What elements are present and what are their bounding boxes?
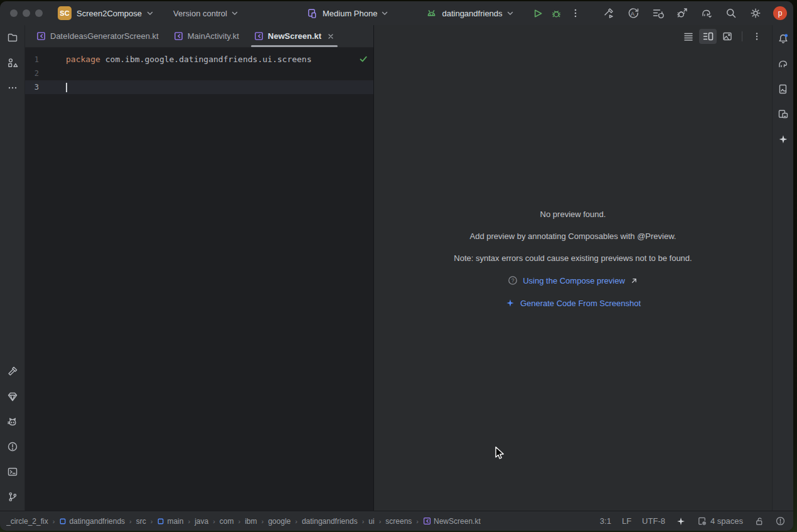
project-tool-button[interactable]: [0, 25, 25, 50]
zoom-window-button[interactable]: [35, 9, 43, 17]
gemini-ai-button[interactable]: [773, 127, 794, 152]
breadcrumb-item[interactable]: datingandfriends: [302, 517, 358, 526]
close-tab-icon[interactable]: [327, 33, 334, 40]
android-icon: [425, 8, 437, 19]
close-window-button[interactable]: [10, 9, 18, 17]
more-tool-windows-button[interactable]: [0, 75, 25, 100]
breadcrumb-item[interactable]: main: [157, 517, 183, 526]
gradle-sync-button[interactable]: [697, 4, 716, 23]
profile-avatar[interactable]: p: [773, 6, 787, 20]
gradle-sync-icon: [700, 7, 713, 19]
kotlin-file-icon: [174, 31, 183, 41]
breadcrumb-item[interactable]: java: [195, 517, 208, 526]
debug-button[interactable]: [547, 4, 566, 23]
editor-pane: DateIdeasGeneratorScreen.kt MainActivity…: [25, 25, 374, 511]
settings-button[interactable]: [746, 4, 765, 23]
more-actions-button[interactable]: [566, 4, 585, 23]
breadcrumb-item[interactable]: datingandfriends: [59, 517, 125, 526]
window-controls: [10, 9, 43, 17]
title-bar: SC Screen2Compose Version control Medium: [0, 1, 793, 25]
breadcrumb-item[interactable]: _circle_2_fix: [6, 517, 48, 526]
inspection-ok-icon[interactable]: [358, 54, 368, 64]
kotlin-file-icon: [36, 31, 46, 41]
breadcrumb-separator: ›: [294, 518, 298, 525]
breadcrumb-item[interactable]: src: [136, 517, 146, 526]
ellipsis-icon: [7, 82, 18, 93]
design-view-button[interactable]: [719, 29, 736, 44]
breadcrumb-separator: ›: [129, 518, 132, 525]
problems-tool-button[interactable]: [0, 434, 25, 459]
gear-icon: [749, 7, 762, 19]
resource-manager-icon: [6, 56, 19, 69]
apply-code-changes-icon: [651, 7, 664, 19]
line-ending-widget[interactable]: LF: [622, 516, 631, 526]
left-tool-window-bar: [0, 25, 25, 511]
notifications-button[interactable]: [773, 26, 794, 51]
restart-activity-button[interactable]: A: [624, 4, 643, 23]
ai-status-sparkle-icon[interactable]: [676, 516, 686, 526]
attach-debugger-button[interactable]: [673, 4, 692, 23]
breadcrumb-item[interactable]: ibm: [245, 517, 257, 526]
kotlin-file-icon: [423, 517, 431, 525]
ide-window: SC Screen2Compose Version control Medium: [0, 1, 793, 531]
tab-newscreen[interactable]: NewScreen.kt: [247, 25, 342, 47]
device-selector[interactable]: Medium Phone: [300, 8, 394, 19]
version-control-widget[interactable]: Version control: [173, 1, 238, 25]
build-tool-button[interactable]: [0, 359, 25, 384]
logcat-tool-button[interactable]: [0, 409, 25, 434]
code-line-1: 1 package com.ibm.google.datingandfriend…: [25, 53, 373, 66]
gradle-elephant-icon: [777, 58, 789, 70]
version-control-tool-button[interactable]: [0, 484, 25, 509]
encoding-widget[interactable]: UTF-8: [642, 516, 665, 526]
project-widget[interactable]: SC Screen2Compose: [58, 1, 153, 25]
tab-label: NewScreen.kt: [268, 31, 321, 41]
search-everywhere-button[interactable]: [722, 4, 741, 23]
compose-preview-panel: No preview found. Add preview by annotat…: [374, 25, 772, 511]
code-token: com.ibm.google.datingandfriends.ui.scree…: [105, 53, 312, 66]
device-selector-label: Medium Phone: [323, 9, 377, 18]
generate-code-from-screenshot-link[interactable]: Generate Code From Screenshot: [520, 299, 641, 308]
attach-debugger-icon: [676, 7, 688, 19]
svg-text:A: A: [631, 11, 634, 17]
help-question-icon: ?: [508, 275, 518, 285]
app-quality-insights-tool-button[interactable]: [0, 384, 25, 409]
notifications-status-icon[interactable]: [775, 516, 786, 526]
breadcrumb-separator: ›: [238, 518, 242, 525]
breadcrumb-separator: ›: [378, 518, 382, 525]
toolbar-separator: [742, 31, 742, 41]
device-manager-button[interactable]: [773, 102, 794, 127]
version-control-label: Version control: [173, 9, 227, 18]
run-button[interactable]: [528, 4, 547, 23]
code-editor[interactable]: 1 package com.ibm.google.datingandfriend…: [25, 48, 373, 511]
tab-mainactivity[interactable]: MainActivity.kt: [166, 25, 247, 47]
resource-manager-tool-button[interactable]: [0, 50, 25, 75]
terminal-tool-button[interactable]: [0, 459, 25, 484]
compose-preview-help-link[interactable]: Using the Compose preview: [523, 276, 625, 285]
device-icon: [306, 8, 318, 19]
running-devices-button[interactable]: [773, 77, 794, 102]
preview-more-options-button[interactable]: [748, 29, 766, 44]
breadcrumb-item[interactable]: screens: [385, 517, 412, 526]
tab-dateideasgeneratorscreen[interactable]: DateIdeasGeneratorScreen.kt: [29, 25, 166, 47]
caret-position-widget[interactable]: 3:1: [600, 516, 611, 526]
breadcrumb-item[interactable]: com: [220, 517, 234, 526]
folder-icon: [6, 31, 19, 44]
build-run-button[interactable]: [599, 4, 618, 23]
indent-widget[interactable]: 4 spaces: [697, 516, 743, 526]
run-configuration-selector[interactable]: datingandfriends: [419, 8, 519, 19]
chevron-down-icon: [147, 11, 153, 16]
breadcrumb-separator: ›: [187, 518, 191, 525]
preview-toolbar: [374, 25, 772, 48]
gradle-tool-button[interactable]: [773, 51, 794, 77]
file-lock-widget[interactable]: [754, 516, 764, 526]
minimize-window-button[interactable]: [23, 9, 30, 17]
breadcrumb-item[interactable]: google: [268, 517, 291, 526]
breadcrumb-item[interactable]: ui: [368, 517, 374, 526]
svg-text:?: ?: [511, 277, 515, 284]
split-view-button[interactable]: [699, 29, 717, 44]
apply-code-changes-button[interactable]: [648, 4, 667, 23]
breadcrumb-item[interactable]: NewScreen.kt: [423, 517, 481, 526]
git-branch-icon: [6, 491, 19, 503]
syntax-error-note: Note: syntax errors could cause existing…: [454, 253, 692, 263]
code-view-button[interactable]: [680, 29, 697, 44]
